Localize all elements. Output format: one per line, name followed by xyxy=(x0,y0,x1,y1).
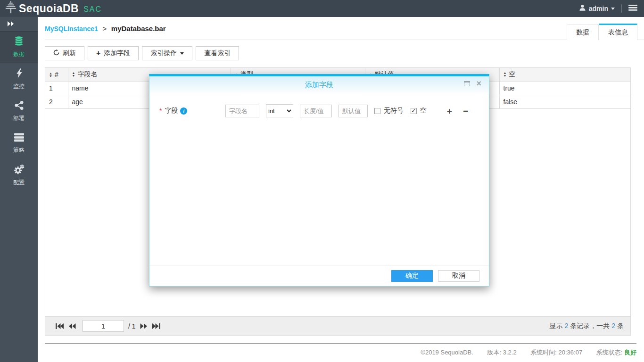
sidebar-item-label: 配置 xyxy=(13,179,25,187)
column-header-nullable[interactable]: ▲▼空 xyxy=(499,68,630,81)
sort-icon: ▲▼ xyxy=(49,72,52,78)
database-icon xyxy=(13,36,25,48)
sidebar-item-label: 数据 xyxy=(13,50,25,58)
column-header-index[interactable]: ▲▼# xyxy=(45,68,68,81)
sidebar-item-strategy[interactable]: 策略 xyxy=(0,127,38,159)
last-page-button[interactable] xyxy=(152,323,160,329)
maximize-icon[interactable] xyxy=(464,81,470,86)
breadcrumb-instance-link[interactable]: MySQLInstance1 xyxy=(45,25,98,33)
sidebar-item-deploy[interactable]: 部署 xyxy=(0,95,38,127)
sort-icon: ▲▼ xyxy=(504,72,507,77)
tab-table-info[interactable]: 表信息 xyxy=(599,24,637,40)
close-icon[interactable] xyxy=(476,81,481,87)
ok-button[interactable]: 确定 xyxy=(391,270,433,282)
chevron-down-icon xyxy=(180,52,184,57)
system-time: 系统时间: 20:36:07 xyxy=(530,349,584,356)
user-icon xyxy=(579,4,586,13)
sidebar-item-label: 策略 xyxy=(13,146,25,154)
field-type-select[interactable]: int xyxy=(266,104,293,117)
unsigned-label: 无符号 xyxy=(384,107,404,115)
dialog-body: * 字段 int 无符号 空 xyxy=(149,94,489,117)
next-page-button[interactable] xyxy=(140,323,147,329)
prev-page-button[interactable] xyxy=(69,323,76,329)
field-default-input[interactable] xyxy=(339,105,368,117)
first-page-button[interactable] xyxy=(56,323,64,329)
nullable-label: 空 xyxy=(420,107,427,115)
page-number-input[interactable] xyxy=(83,320,124,332)
sidebar: 数据 监控 部署 策略 xyxy=(0,17,38,362)
cancel-button[interactable]: 取消 xyxy=(438,270,479,282)
field-form-row: * 字段 int 无符号 空 xyxy=(149,94,489,117)
plus-icon xyxy=(96,49,100,57)
record-count-summary: 显示2条记录，一共2条 xyxy=(549,322,624,330)
copyright: ©2019 SequoiaDB. xyxy=(421,349,473,356)
tab-data[interactable]: 数据 xyxy=(567,25,599,40)
tab-bar: 数据 表信息 xyxy=(567,24,637,40)
version-info: 版本: 3.2.2 xyxy=(487,349,518,356)
required-mark: * xyxy=(159,107,162,115)
double-chevron-right-icon xyxy=(8,20,14,28)
page-total: / 1 xyxy=(128,322,136,330)
view-index-button[interactable]: 查看索引 xyxy=(196,46,239,60)
add-row-button[interactable] xyxy=(447,107,452,115)
toolbar: 刷新 添加字段 索引操作 查看索引 xyxy=(45,46,239,60)
divider xyxy=(621,4,622,13)
page-footer: ©2019 SequoiaDB. 版本: 3.2.2 系统时间: 20:36:0… xyxy=(45,343,636,357)
user-name: admin xyxy=(589,5,608,12)
user-menu[interactable]: admin xyxy=(579,4,615,13)
bolt-icon xyxy=(16,68,23,80)
share-icon xyxy=(14,100,24,112)
unsigned-checkbox[interactable] xyxy=(374,108,380,114)
brand-suffix: SAC xyxy=(83,3,102,14)
dialog-header: 添加字段 xyxy=(149,76,489,94)
pagination-bar: / 1 显示2条记录，一共2条 xyxy=(45,316,630,335)
server-icon xyxy=(14,133,24,144)
refresh-button[interactable]: 刷新 xyxy=(45,46,84,60)
sort-icon: ▲▼ xyxy=(72,72,75,77)
header-row: MySQLInstance1 > myDatabase.bar 数据 表信息 xyxy=(45,17,644,40)
field-label: * 字段 xyxy=(159,107,225,115)
chevron-down-icon xyxy=(611,8,615,12)
brand-name: SequoiaDB xyxy=(19,2,79,15)
brand-logo[interactable]: SequoiaDB SAC xyxy=(5,1,102,16)
menu-icon[interactable] xyxy=(628,4,637,13)
field-length-input[interactable] xyxy=(300,105,332,117)
breadcrumb: MySQLInstance1 > myDatabase.bar xyxy=(45,25,166,33)
row-actions xyxy=(447,107,468,115)
add-field-button[interactable]: 添加字段 xyxy=(88,46,139,60)
index-operations-dropdown[interactable]: 索引操作 xyxy=(142,46,192,60)
breadcrumb-current: myDatabase.bar xyxy=(111,25,166,33)
sidebar-item-config[interactable]: 配置 xyxy=(0,159,38,191)
add-field-dialog: 添加字段 * 字段 int 无符号 空 xyxy=(149,74,489,287)
nullable-checkbox[interactable] xyxy=(411,108,417,114)
sidebar-item-label: 监控 xyxy=(13,82,25,90)
breadcrumb-separator: > xyxy=(103,25,107,33)
info-icon[interactable] xyxy=(180,107,187,115)
unsigned-checkbox-group: 无符号 xyxy=(374,107,404,115)
sidebar-item-monitor[interactable]: 监控 xyxy=(0,63,38,95)
system-status: 系统状态: 良好 xyxy=(596,349,636,356)
topbar: SequoiaDB SAC admin xyxy=(0,0,644,17)
status-value: 良好 xyxy=(624,349,636,356)
sidebar-item-data[interactable]: 数据 xyxy=(0,31,38,63)
sidebar-item-label: 部署 xyxy=(13,115,25,123)
gears-icon xyxy=(14,165,25,176)
field-name-input[interactable] xyxy=(225,105,259,117)
dialog-footer: 确定 取消 xyxy=(149,265,489,286)
tree-logo-icon xyxy=(5,1,17,16)
dialog-title: 添加字段 xyxy=(305,81,333,90)
remove-row-button[interactable] xyxy=(463,107,468,115)
nullable-checkbox-group: 空 xyxy=(411,107,427,115)
sidebar-collapse-button[interactable] xyxy=(0,17,38,31)
refresh-icon xyxy=(53,49,59,57)
